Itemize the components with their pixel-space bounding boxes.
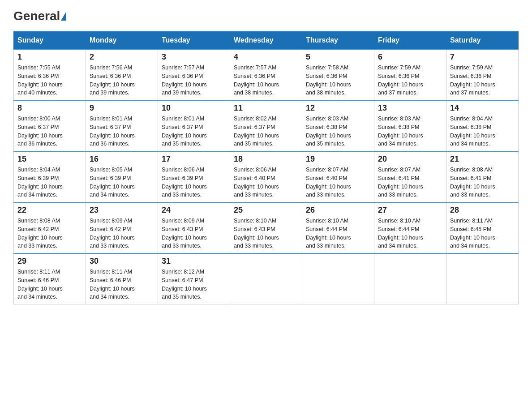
day-number: 10: [162, 103, 226, 113]
day-number: 24: [162, 206, 226, 215]
header-thursday: Thursday: [302, 32, 374, 50]
day-cell-22: 22Sunrise: 8:08 AMSunset: 6:42 PMDayligh…: [14, 202, 86, 253]
day-cell-23: 23Sunrise: 8:09 AMSunset: 6:42 PMDayligh…: [86, 202, 158, 253]
day-number: 2: [90, 52, 154, 62]
calendar-table: SundayMondayTuesdayWednesdayThursdayFrid…: [13, 31, 519, 304]
week-row-1: 1Sunrise: 7:55 AMSunset: 6:36 PMDaylight…: [14, 49, 519, 100]
page-header: General: [13, 9, 519, 22]
day-info: Sunrise: 8:06 AMSunset: 6:39 PMDaylight:…: [162, 166, 226, 199]
day-cell-25: 25Sunrise: 8:10 AMSunset: 6:43 PMDayligh…: [230, 202, 302, 253]
day-info: Sunrise: 7:56 AMSunset: 6:36 PMDaylight:…: [90, 64, 154, 97]
day-cell-13: 13Sunrise: 8:03 AMSunset: 6:38 PMDayligh…: [374, 100, 446, 151]
day-info: Sunrise: 8:03 AMSunset: 6:38 PMDaylight:…: [378, 115, 442, 148]
day-number: 6: [378, 52, 442, 62]
day-cell-31: 31Sunrise: 8:12 AMSunset: 6:47 PMDayligh…: [158, 253, 230, 304]
header-wednesday: Wednesday: [230, 32, 302, 50]
day-cell-11: 11Sunrise: 8:02 AMSunset: 6:37 PMDayligh…: [230, 100, 302, 151]
day-cell-4: 4Sunrise: 7:57 AMSunset: 6:36 PMDaylight…: [230, 49, 302, 100]
day-cell-29: 29Sunrise: 8:11 AMSunset: 6:46 PMDayligh…: [14, 253, 86, 304]
day-info: Sunrise: 8:11 AMSunset: 6:46 PMDaylight:…: [17, 268, 82, 301]
week-row-2: 8Sunrise: 8:00 AMSunset: 6:37 PMDaylight…: [14, 100, 519, 151]
day-info: Sunrise: 7:57 AMSunset: 6:36 PMDaylight:…: [234, 64, 298, 97]
day-number: 14: [450, 103, 515, 113]
day-info: Sunrise: 7:55 AMSunset: 6:36 PMDaylight:…: [17, 64, 82, 97]
day-info: Sunrise: 8:02 AMSunset: 6:37 PMDaylight:…: [234, 115, 298, 148]
day-number: 20: [378, 154, 442, 164]
day-info: Sunrise: 8:10 AMSunset: 6:44 PMDaylight:…: [306, 217, 370, 250]
day-info: Sunrise: 8:04 AMSunset: 6:39 PMDaylight:…: [17, 166, 82, 199]
day-info: Sunrise: 8:07 AMSunset: 6:40 PMDaylight:…: [306, 166, 370, 199]
logo-triangle-icon: [61, 12, 66, 21]
day-number: 28: [450, 206, 515, 215]
day-number: 3: [162, 52, 226, 62]
day-cell-9: 9Sunrise: 8:01 AMSunset: 6:37 PMDaylight…: [86, 100, 158, 151]
day-cell-2: 2Sunrise: 7:56 AMSunset: 6:36 PMDaylight…: [86, 49, 158, 100]
empty-cell: [374, 253, 446, 304]
day-info: Sunrise: 8:11 AMSunset: 6:46 PMDaylight:…: [90, 268, 154, 301]
day-info: Sunrise: 8:04 AMSunset: 6:38 PMDaylight:…: [450, 115, 515, 148]
day-number: 26: [306, 206, 370, 215]
day-number: 12: [306, 103, 370, 113]
logo-general-text: General: [13, 9, 60, 23]
day-number: 5: [306, 52, 370, 62]
day-number: 7: [450, 52, 515, 62]
day-cell-20: 20Sunrise: 8:07 AMSunset: 6:41 PMDayligh…: [374, 151, 446, 202]
day-info: Sunrise: 7:59 AMSunset: 6:36 PMDaylight:…: [378, 64, 442, 97]
day-info: Sunrise: 8:11 AMSunset: 6:45 PMDaylight:…: [450, 217, 515, 250]
day-number: 9: [90, 103, 154, 113]
day-number: 1: [17, 52, 82, 62]
day-number: 8: [17, 103, 82, 113]
day-info: Sunrise: 8:08 AMSunset: 6:41 PMDaylight:…: [450, 166, 515, 199]
empty-cell: [230, 253, 302, 304]
day-number: 11: [234, 103, 298, 113]
day-info: Sunrise: 8:07 AMSunset: 6:41 PMDaylight:…: [378, 166, 442, 199]
header-saturday: Saturday: [446, 32, 519, 50]
day-info: Sunrise: 7:59 AMSunset: 6:36 PMDaylight:…: [450, 64, 515, 97]
day-cell-14: 14Sunrise: 8:04 AMSunset: 6:38 PMDayligh…: [446, 100, 519, 151]
day-info: Sunrise: 8:10 AMSunset: 6:44 PMDaylight:…: [378, 217, 442, 250]
week-row-4: 22Sunrise: 8:08 AMSunset: 6:42 PMDayligh…: [14, 202, 519, 253]
day-number: 22: [17, 206, 82, 215]
day-number: 13: [378, 103, 442, 113]
day-info: Sunrise: 8:10 AMSunset: 6:43 PMDaylight:…: [234, 217, 298, 250]
day-cell-30: 30Sunrise: 8:11 AMSunset: 6:46 PMDayligh…: [86, 253, 158, 304]
day-cell-28: 28Sunrise: 8:11 AMSunset: 6:45 PMDayligh…: [446, 202, 519, 253]
day-info: Sunrise: 8:01 AMSunset: 6:37 PMDaylight:…: [162, 115, 226, 148]
day-number: 17: [162, 154, 226, 164]
logo: General: [13, 9, 67, 22]
day-number: 15: [17, 154, 82, 164]
header-friday: Friday: [374, 32, 446, 50]
calendar-header-row: SundayMondayTuesdayWednesdayThursdayFrid…: [14, 32, 519, 50]
day-info: Sunrise: 8:03 AMSunset: 6:38 PMDaylight:…: [306, 115, 370, 148]
header-tuesday: Tuesday: [158, 32, 230, 50]
day-cell-17: 17Sunrise: 8:06 AMSunset: 6:39 PMDayligh…: [158, 151, 230, 202]
day-cell-18: 18Sunrise: 8:06 AMSunset: 6:40 PMDayligh…: [230, 151, 302, 202]
day-cell-1: 1Sunrise: 7:55 AMSunset: 6:36 PMDaylight…: [14, 49, 86, 100]
day-number: 23: [90, 206, 154, 215]
day-number: 16: [90, 154, 154, 164]
day-number: 29: [17, 257, 82, 266]
day-cell-27: 27Sunrise: 8:10 AMSunset: 6:44 PMDayligh…: [374, 202, 446, 253]
day-info: Sunrise: 8:00 AMSunset: 6:37 PMDaylight:…: [17, 115, 82, 148]
day-number: 27: [378, 206, 442, 215]
day-cell-5: 5Sunrise: 7:58 AMSunset: 6:36 PMDaylight…: [302, 49, 374, 100]
day-info: Sunrise: 8:01 AMSunset: 6:37 PMDaylight:…: [90, 115, 154, 148]
day-number: 30: [90, 257, 154, 266]
day-cell-21: 21Sunrise: 8:08 AMSunset: 6:41 PMDayligh…: [446, 151, 519, 202]
day-cell-6: 6Sunrise: 7:59 AMSunset: 6:36 PMDaylight…: [374, 49, 446, 100]
day-cell-10: 10Sunrise: 8:01 AMSunset: 6:37 PMDayligh…: [158, 100, 230, 151]
day-cell-16: 16Sunrise: 8:05 AMSunset: 6:39 PMDayligh…: [86, 151, 158, 202]
day-number: 19: [306, 154, 370, 164]
day-info: Sunrise: 7:57 AMSunset: 6:36 PMDaylight:…: [162, 64, 226, 97]
day-number: 18: [234, 154, 298, 164]
day-number: 31: [162, 257, 226, 266]
week-row-3: 15Sunrise: 8:04 AMSunset: 6:39 PMDayligh…: [14, 151, 519, 202]
day-info: Sunrise: 8:09 AMSunset: 6:43 PMDaylight:…: [162, 217, 226, 250]
day-info: Sunrise: 8:06 AMSunset: 6:40 PMDaylight:…: [234, 166, 298, 199]
header-sunday: Sunday: [14, 32, 86, 50]
day-number: 25: [234, 206, 298, 215]
day-cell-19: 19Sunrise: 8:07 AMSunset: 6:40 PMDayligh…: [302, 151, 374, 202]
day-cell-12: 12Sunrise: 8:03 AMSunset: 6:38 PMDayligh…: [302, 100, 374, 151]
day-number: 21: [450, 154, 515, 164]
day-info: Sunrise: 8:05 AMSunset: 6:39 PMDaylight:…: [90, 166, 154, 199]
